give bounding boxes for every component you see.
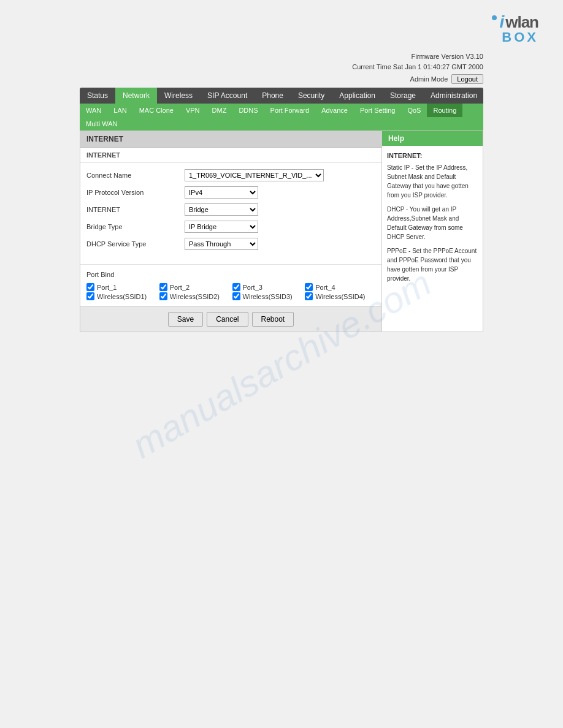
port-1-row: Port_1 xyxy=(86,283,157,291)
action-bar: Save Cancel Reboot xyxy=(80,306,381,332)
internet-label: INTERNET xyxy=(86,206,185,213)
ip-protocol-label: IP Protocol Version xyxy=(86,189,185,196)
nav-dmz[interactable]: DMZ xyxy=(206,104,233,117)
nav-ddns[interactable]: DDNS xyxy=(232,104,264,117)
nav-multi-wan[interactable]: Multi WAN xyxy=(80,117,124,131)
ssid-1-checkbox[interactable] xyxy=(86,292,94,300)
nav-vpn[interactable]: VPN xyxy=(180,104,206,117)
help-title: Help xyxy=(382,131,483,146)
current-time: Current Time Sat Jan 1 01:40:27 GMT 2000 xyxy=(80,62,483,72)
ssid-4-label: Wireless(SSID4) xyxy=(315,293,365,300)
connect-name-row: Connect Name 1_TR069_VOICE_INTERNET_R_VI… xyxy=(86,169,375,181)
nav-port-setting[interactable]: Port Setting xyxy=(354,104,401,117)
admin-mode-label: Admin Mode xyxy=(410,75,448,83)
logo-area: i wlan BOX xyxy=(0,0,563,51)
port-1-checkbox[interactable] xyxy=(86,283,94,291)
port-grid: Port_1 Wireless(SSID1) Port_2 xyxy=(86,283,375,300)
dhcp-service-row: DHCP Service Type Pass Through xyxy=(86,238,375,250)
port-4-checkbox[interactable] xyxy=(305,283,313,291)
main-content: INTERNET INTERNET Connect Name 1_TR069_V… xyxy=(80,131,381,332)
port-3-label: Port_3 xyxy=(243,284,262,291)
logout-button[interactable]: Logout xyxy=(451,74,483,84)
help-pppoe: PPPoE - Set the PPPoE Account and PPPoE … xyxy=(387,246,478,283)
ssid-4-checkbox[interactable] xyxy=(305,292,313,300)
port-2-row: Port_2 xyxy=(159,283,230,291)
connect-name-label: Connect Name xyxy=(86,172,185,179)
ip-protocol-row: IP Protocol Version IPv4 xyxy=(86,186,375,199)
bridge-type-label: Bridge Type xyxy=(86,223,185,230)
main-wrapper: Firmware Version V3.10 Current Time Sat … xyxy=(0,51,563,332)
port-4-item: Port_4 Wireless(SSID4) xyxy=(305,283,375,300)
cancel-button[interactable]: Cancel xyxy=(207,312,248,327)
port-4-label: Port_4 xyxy=(315,284,335,291)
help-dhcp: DHCP - You will get an IP Address,Subnet… xyxy=(387,205,478,241)
nav-security[interactable]: Security xyxy=(291,88,332,104)
port-3-checkbox[interactable] xyxy=(232,283,240,291)
nav-sip-account[interactable]: SIP Account xyxy=(200,88,255,104)
firmware-version: Firmware Version V3.10 xyxy=(80,51,483,62)
nav-primary: Status Network Wireless SIP Account Phon… xyxy=(80,88,483,104)
help-internet-title: INTERNET: xyxy=(387,151,478,161)
section-subtitle: INTERNET xyxy=(80,148,381,163)
port-2-checkbox[interactable] xyxy=(159,283,167,291)
admin-mode-row: Admin Mode Logout xyxy=(80,74,483,84)
nav-secondary: WAN LAN MAC Clone VPN DMZ DDNS Port Forw… xyxy=(80,104,483,131)
port-2-item: Port_2 Wireless(SSID2) xyxy=(159,283,230,300)
ssid-1-row: Wireless(SSID1) xyxy=(86,292,157,300)
bridge-type-select[interactable]: IP Bridge xyxy=(185,221,258,233)
port-bind-title: Port Bind xyxy=(86,271,375,278)
nav-routing[interactable]: Routing xyxy=(427,104,462,117)
help-content: INTERNET: Static IP - Set the IP Address… xyxy=(382,146,483,293)
help-panel: Help INTERNET: Static IP - Set the IP Ad… xyxy=(381,131,483,332)
dhcp-service-label: DHCP Service Type xyxy=(86,240,185,248)
logo-wlan: wlan xyxy=(505,13,538,32)
dhcp-service-select[interactable]: Pass Through xyxy=(185,238,258,250)
connect-name-select[interactable]: 1_TR069_VOICE_INTERNET_R_VID_... xyxy=(185,169,324,181)
firmware-info: Firmware Version V3.10 Current Time Sat … xyxy=(80,51,483,72)
port-2-label: Port_2 xyxy=(170,284,190,291)
ssid-2-label: Wireless(SSID2) xyxy=(170,293,220,300)
ssid-3-checkbox[interactable] xyxy=(232,292,240,300)
bridge-type-row: Bridge Type IP Bridge xyxy=(86,221,375,233)
nav-lan[interactable]: LAN xyxy=(107,104,132,117)
nav-wan[interactable]: WAN xyxy=(80,104,107,117)
port-bind-section: Port Bind Port_1 Wireless(SSID1) xyxy=(80,264,381,306)
nav-mac-clone[interactable]: MAC Clone xyxy=(133,104,180,117)
nav-administration[interactable]: Administration xyxy=(423,88,484,104)
ssid-3-label: Wireless(SSID3) xyxy=(243,293,293,300)
section-title: INTERNET xyxy=(80,131,381,148)
nav-wireless[interactable]: Wireless xyxy=(157,88,200,104)
port-3-item: Port_3 Wireless(SSID3) xyxy=(232,283,303,300)
nav-phone[interactable]: Phone xyxy=(255,88,291,104)
nav-qos[interactable]: QoS xyxy=(401,104,427,117)
ssid-2-checkbox[interactable] xyxy=(159,292,167,300)
logo-container: i wlan BOX xyxy=(492,12,538,45)
port-3-row: Port_3 xyxy=(232,283,303,291)
nav-status[interactable]: Status xyxy=(80,88,115,104)
ssid-3-row: Wireless(SSID3) xyxy=(232,292,303,300)
form-area: Connect Name 1_TR069_VOICE_INTERNET_R_VI… xyxy=(80,163,381,261)
content-area: INTERNET INTERNET Connect Name 1_TR069_V… xyxy=(80,131,483,332)
ssid-2-row: Wireless(SSID2) xyxy=(159,292,230,300)
nav-application[interactable]: Application xyxy=(332,88,383,104)
port-1-label: Port_1 xyxy=(97,284,117,291)
nav-advance[interactable]: Advance xyxy=(315,104,354,117)
nav-storage[interactable]: Storage xyxy=(383,88,423,104)
internet-select[interactable]: Bridge xyxy=(185,203,258,216)
reboot-button[interactable]: Reboot xyxy=(252,312,294,327)
help-static-ip: Static IP - Set the IP Address, Subnet M… xyxy=(387,163,478,200)
ip-protocol-select[interactable]: IPv4 xyxy=(185,186,258,199)
nav-port-forward[interactable]: Port Forward xyxy=(264,104,316,117)
nav-network[interactable]: Network xyxy=(115,88,157,104)
logo-dot xyxy=(492,15,497,20)
ssid-1-label: Wireless(SSID1) xyxy=(97,293,147,300)
port-1-item: Port_1 Wireless(SSID1) xyxy=(86,283,157,300)
ssid-4-row: Wireless(SSID4) xyxy=(305,292,375,300)
internet-row: INTERNET Bridge xyxy=(86,203,375,216)
save-button[interactable]: Save xyxy=(168,312,203,327)
port-4-row: Port_4 xyxy=(305,283,375,291)
